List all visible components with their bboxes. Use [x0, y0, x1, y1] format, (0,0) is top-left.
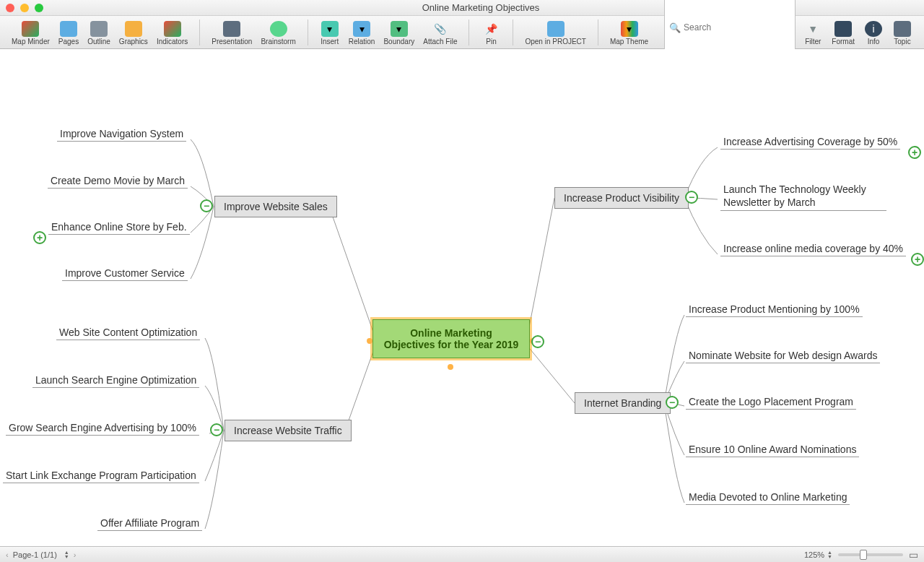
- zoom-slider[interactable]: [838, 553, 903, 556]
- leaf-item[interactable]: Grow Search Engine Advertising by 100%: [6, 422, 199, 436]
- leaf-item[interactable]: Create Demo Movie by March: [48, 175, 188, 189]
- leaf-item[interactable]: Web Site Content Optimization: [56, 327, 200, 340]
- leaf-item[interactable]: Increase Product Mentioning by 100%: [686, 303, 863, 317]
- collapse-toggle-visibility[interactable]: −: [685, 191, 698, 204]
- leaf-item[interactable]: Improve Customer Service: [62, 267, 188, 281]
- leaf-item[interactable]: Improve Navigation System: [57, 128, 186, 142]
- theme-icon: ▾: [621, 21, 638, 37]
- collapse-toggle-branding[interactable]: −: [666, 396, 679, 409]
- map-minder-icon: [22, 21, 39, 37]
- expand-toggle-advertising[interactable]: +: [908, 146, 921, 159]
- graphics-button[interactable]: Graphics: [115, 20, 152, 46]
- minimize-window-button[interactable]: [20, 4, 29, 12]
- selection-handle[interactable]: [367, 338, 372, 344]
- expand-toggle-enhance-store[interactable]: +: [33, 231, 46, 244]
- filter-button[interactable]: ▼Filter: [798, 20, 827, 46]
- leaf-item[interactable]: Increase online media coverage by 40%: [720, 243, 906, 256]
- leaf-item[interactable]: Media Devoted to Online Marketing: [686, 491, 850, 505]
- prev-page-button[interactable]: ‹: [6, 550, 9, 559]
- pages-button[interactable]: Pages: [54, 20, 83, 46]
- topic-button[interactable]: Topic: [888, 20, 917, 46]
- branch-visibility[interactable]: Increase Product Visibility: [554, 187, 689, 209]
- mindmap-canvas[interactable]: Online Marketing Objectives for the Year…: [0, 49, 924, 546]
- topic-icon: [894, 21, 911, 37]
- zoom-window-button[interactable]: [35, 4, 43, 12]
- boundary-button[interactable]: ▾Boundary: [379, 20, 419, 46]
- leaf-item[interactable]: Offer Affiliate Program: [97, 517, 202, 531]
- presentation-button[interactable]: Presentation: [207, 20, 256, 46]
- leaf-item[interactable]: Nominate Website for Web design Awards: [686, 350, 880, 363]
- attach-file-button[interactable]: 📎Attach File: [419, 20, 461, 46]
- svg-line-3: [527, 345, 575, 403]
- leaf-item[interactable]: Start Link Exchange Program Participatio…: [3, 470, 199, 483]
- project-icon: [547, 21, 565, 37]
- leaf-item[interactable]: Launch Search Engine Optimization: [32, 374, 199, 388]
- collapse-toggle-traffic[interactable]: −: [210, 423, 223, 436]
- indicators-button[interactable]: Indicators: [152, 20, 192, 46]
- relation-button[interactable]: ▾Relation: [344, 20, 380, 46]
- leaf-item[interactable]: Create the Logo Placement Program: [686, 396, 856, 410]
- graphics-icon: [125, 21, 142, 37]
- zoom-thumb[interactable]: [860, 550, 867, 560]
- page-stepper[interactable]: ▲▼: [64, 550, 69, 559]
- statusbar: ‹ Page-1 (1/1) ▲▼ › 125% ▲▼ ▭: [0, 546, 924, 562]
- relation-icon: ▾: [353, 21, 370, 37]
- close-window-button[interactable]: [6, 4, 14, 12]
- info-button[interactable]: iInfo: [859, 20, 888, 46]
- svg-line-0: [329, 207, 375, 338]
- leaf-item[interactable]: Increase Advertising Coverage by 50%: [720, 136, 900, 150]
- outline-icon: [90, 21, 108, 37]
- boundary-icon: ▾: [391, 21, 408, 37]
- svg-line-1: [345, 345, 375, 431]
- filter-icon: ▼: [804, 21, 821, 37]
- pin-button[interactable]: 📌Pin: [476, 20, 505, 46]
- next-page-button[interactable]: ›: [74, 550, 77, 559]
- format-icon: [834, 21, 852, 37]
- toolbar: Map Minder Pages Outline Graphics Indica…: [0, 16, 924, 49]
- brainstorm-button[interactable]: Brainstorm: [256, 20, 300, 46]
- map-theme-button[interactable]: ▾Map Theme: [606, 20, 653, 46]
- collapse-toggle-sales[interactable]: −: [200, 199, 213, 212]
- format-button[interactable]: Format: [827, 20, 859, 46]
- central-line2: Objectives for the Year 2019: [383, 339, 519, 350]
- branch-improve-sales[interactable]: Improve Website Sales: [214, 196, 337, 217]
- branch-branding[interactable]: Internet Branding: [575, 392, 671, 414]
- selection-handle[interactable]: [448, 364, 453, 370]
- page-indicator: Page-1 (1/1): [13, 550, 57, 559]
- indicators-icon: [164, 21, 181, 37]
- insert-icon: ▾: [321, 21, 339, 37]
- pin-icon: 📌: [482, 21, 500, 37]
- map-minder-button[interactable]: Map Minder: [7, 20, 54, 46]
- zoom-stepper[interactable]: ▲▼: [827, 550, 832, 559]
- central-line1: Online Marketing: [383, 327, 519, 339]
- search-icon: 🔍: [669, 22, 681, 33]
- presentation-icon: [223, 21, 240, 37]
- info-icon: i: [865, 21, 882, 37]
- central-topic[interactable]: Online Marketing Objectives for the Year…: [372, 319, 530, 358]
- svg-line-2: [527, 198, 554, 338]
- collapse-toggle-central[interactable]: −: [531, 335, 544, 348]
- branch-traffic[interactable]: Increase Website Traffic: [225, 420, 352, 441]
- brainstorm-icon: [270, 21, 287, 37]
- leaf-item[interactable]: Enhance Online Store by Feb.: [48, 221, 190, 235]
- insert-button[interactable]: ▾Insert: [315, 20, 344, 46]
- pages-icon: [60, 21, 77, 37]
- outline-button[interactable]: Outline: [83, 20, 115, 46]
- leaf-item[interactable]: Ensure 10 Online Award Nominations: [686, 444, 859, 457]
- fit-page-button[interactable]: ▭: [909, 549, 918, 561]
- search-input[interactable]: [684, 22, 790, 33]
- expand-toggle-media-coverage[interactable]: +: [911, 253, 924, 266]
- open-project-button[interactable]: Open in PROJECT: [520, 20, 590, 46]
- zoom-level: 125%: [804, 550, 824, 559]
- paperclip-icon: 📎: [432, 21, 449, 37]
- leaf-item[interactable]: Launch The Technology Weekly Newsletter …: [720, 183, 886, 211]
